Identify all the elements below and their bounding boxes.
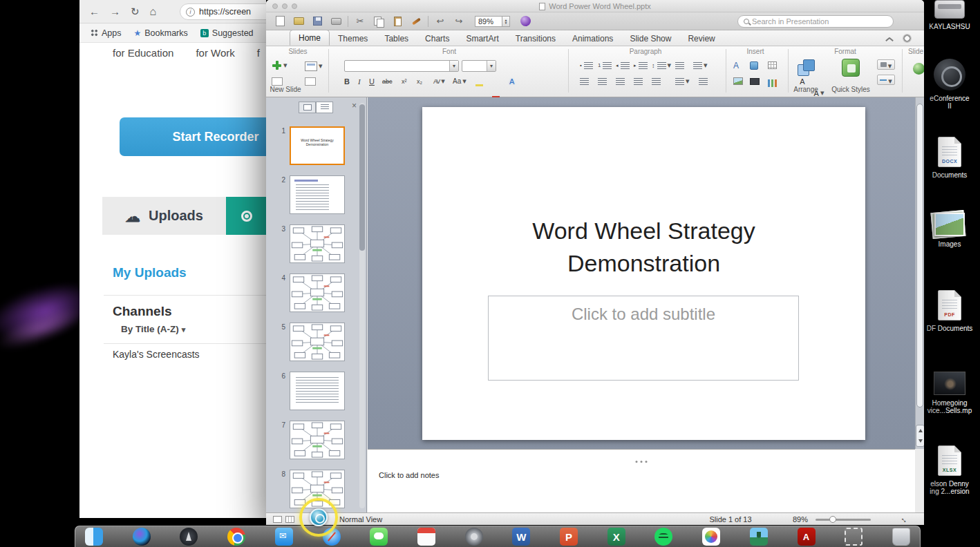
bold-button[interactable] bbox=[344, 75, 350, 87]
insert-media-button[interactable] bbox=[750, 75, 760, 87]
dock-chrome-icon[interactable] bbox=[227, 528, 245, 546]
numbering-button[interactable] bbox=[598, 59, 612, 71]
arrange-button[interactable] bbox=[797, 59, 815, 77]
format-painter-icon[interactable] bbox=[409, 15, 423, 28]
thumbnail-preview[interactable] bbox=[290, 372, 345, 410]
back-icon[interactable] bbox=[89, 6, 100, 17]
zoom-slider-knob[interactable] bbox=[829, 516, 836, 523]
dock-system-preferences-icon[interactable] bbox=[465, 528, 483, 546]
next-slide-icon[interactable] bbox=[918, 439, 923, 443]
insert-text-box-button[interactable] bbox=[733, 59, 739, 71]
dock-adobe-reader-icon[interactable]: A bbox=[798, 528, 816, 546]
address-bar[interactable]: https://screen bbox=[180, 3, 266, 20]
thumbnail-preview[interactable] bbox=[290, 421, 345, 459]
font-size-combo[interactable] bbox=[462, 60, 496, 72]
apps-shortcut[interactable]: Apps bbox=[91, 28, 122, 38]
ribbon-tab-themes[interactable]: Themes bbox=[330, 31, 376, 46]
suggested-shortcut[interactable]: Suggested bbox=[200, 28, 254, 38]
forward-icon[interactable] bbox=[110, 6, 120, 17]
site-info-icon[interactable] bbox=[186, 8, 195, 17]
underline-button[interactable] bbox=[369, 75, 375, 87]
desktop-icon-images[interactable]: Images bbox=[919, 213, 980, 248]
ribbon-settings-icon[interactable] bbox=[903, 34, 912, 43]
redo-icon[interactable] bbox=[452, 15, 466, 28]
copy-icon[interactable] bbox=[372, 15, 386, 28]
slide-sorter-view-icon[interactable] bbox=[285, 516, 294, 523]
ribbon-tab-slide-show[interactable]: Slide Show bbox=[621, 31, 679, 46]
ribbon-tab-review[interactable]: Review bbox=[679, 31, 723, 46]
dock-messages-icon[interactable] bbox=[370, 528, 388, 546]
zoom-value[interactable]: 89% bbox=[475, 16, 502, 27]
ribbon-tab-transitions[interactable]: Transitions bbox=[507, 31, 564, 46]
dock-photos-icon[interactable] bbox=[702, 528, 720, 546]
save-icon[interactable] bbox=[310, 15, 324, 28]
previous-slide-icon[interactable] bbox=[918, 429, 923, 432]
reload-icon[interactable] bbox=[131, 6, 140, 17]
superscript-button[interactable] bbox=[402, 75, 407, 87]
bookmarks-shortcut[interactable]: Bookmarks bbox=[134, 28, 188, 38]
slide-thumbnail-7[interactable]: 7 bbox=[274, 421, 357, 459]
insert-table-button[interactable] bbox=[768, 59, 777, 71]
desktop-icon-docx[interactable]: DOCXDocuments bbox=[919, 137, 980, 179]
ribbon-tab-home[interactable]: Home bbox=[290, 30, 330, 46]
site-nav-link[interactable]: for Work bbox=[196, 47, 234, 59]
dock-powerpoint-icon[interactable]: P bbox=[560, 528, 578, 546]
media-browser-icon[interactable] bbox=[520, 16, 531, 26]
dock-image-file-icon[interactable] bbox=[750, 528, 768, 546]
dock-screenshot-icon[interactable] bbox=[845, 528, 863, 546]
slide-title[interactable]: Word Wheel Strategy Demonstration bbox=[482, 215, 807, 280]
notes-pane[interactable]: Click to add notes bbox=[368, 449, 915, 512]
cut-icon[interactable] bbox=[353, 15, 367, 28]
channel-list-item[interactable]: Kayla's Screencasts bbox=[113, 349, 200, 360]
dock-word-icon[interactable]: W bbox=[512, 528, 530, 546]
ribbon-tab-smartart[interactable]: SmartArt bbox=[458, 31, 507, 46]
reset-layout-button[interactable] bbox=[305, 75, 316, 87]
format-background-button[interactable] bbox=[913, 63, 924, 75]
search-field[interactable] bbox=[737, 15, 894, 28]
rotate-text-button[interactable] bbox=[699, 75, 708, 87]
slide-layout-button[interactable] bbox=[305, 60, 323, 72]
insert-chart-button[interactable] bbox=[768, 75, 777, 87]
insert-shape-button[interactable] bbox=[750, 59, 758, 71]
zoom-slider[interactable] bbox=[816, 519, 871, 521]
ribbon-tab-animations[interactable]: Animations bbox=[564, 31, 621, 46]
panel-scrollbar[interactable] bbox=[359, 103, 365, 508]
dock-launchpad-icon[interactable] bbox=[180, 528, 198, 546]
notes-resize-handle[interactable] bbox=[641, 461, 643, 463]
notes-placeholder[interactable]: Click to add notes bbox=[379, 471, 439, 479]
character-spacing-button[interactable] bbox=[433, 75, 445, 87]
align-left-button[interactable] bbox=[580, 75, 589, 87]
panel-scrollbar-thumb[interactable] bbox=[359, 104, 365, 251]
desktop-icon-camcorder[interactable]: eConference II bbox=[919, 59, 980, 110]
dock-excel-icon[interactable]: X bbox=[607, 528, 625, 546]
increase-indent-button[interactable] bbox=[634, 59, 648, 71]
record-tab[interactable] bbox=[226, 197, 266, 235]
dock-calendar-icon[interactable] bbox=[417, 528, 435, 546]
new-slide-button[interactable] bbox=[272, 59, 288, 71]
dock-finder-icon[interactable] bbox=[85, 528, 103, 546]
slide-thumbnail-8[interactable]: 8 bbox=[274, 470, 357, 508]
new-document-icon[interactable] bbox=[273, 15, 287, 28]
outline-view-button[interactable] bbox=[316, 102, 333, 113]
desktop-icon-pdf[interactable]: PDFDF Documents bbox=[919, 290, 980, 332]
subtitle-placeholder[interactable]: Click to add subtitle bbox=[488, 296, 799, 381]
normal-view-icon[interactable] bbox=[273, 516, 282, 523]
italic-button[interactable] bbox=[358, 75, 361, 87]
text-effects-button[interactable] bbox=[509, 75, 514, 87]
justify-button[interactable] bbox=[634, 75, 643, 87]
window-titlebar[interactable]: Word Power Word Wheel.pptx bbox=[266, 0, 924, 12]
change-case-button[interactable] bbox=[453, 75, 467, 87]
quick-styles-button[interactable] bbox=[842, 59, 860, 77]
dock-safari-icon[interactable] bbox=[323, 528, 341, 546]
columns-button[interactable] bbox=[693, 59, 708, 71]
desktop-icon-drive[interactable]: KAYLASHSU bbox=[919, 0, 980, 30]
dock-spotify-icon[interactable] bbox=[654, 528, 672, 546]
slide-thumbnail-6[interactable]: 6 bbox=[274, 372, 357, 410]
print-icon[interactable] bbox=[329, 15, 343, 28]
my-uploads-heading[interactable]: My Uploads bbox=[113, 265, 187, 280]
align-text-vertical-button[interactable] bbox=[675, 75, 690, 87]
subscript-button[interactable] bbox=[417, 75, 422, 87]
font-name-combo[interactable] bbox=[344, 60, 459, 72]
dock-siri-icon[interactable] bbox=[133, 528, 151, 546]
bullets-button[interactable] bbox=[580, 59, 593, 71]
